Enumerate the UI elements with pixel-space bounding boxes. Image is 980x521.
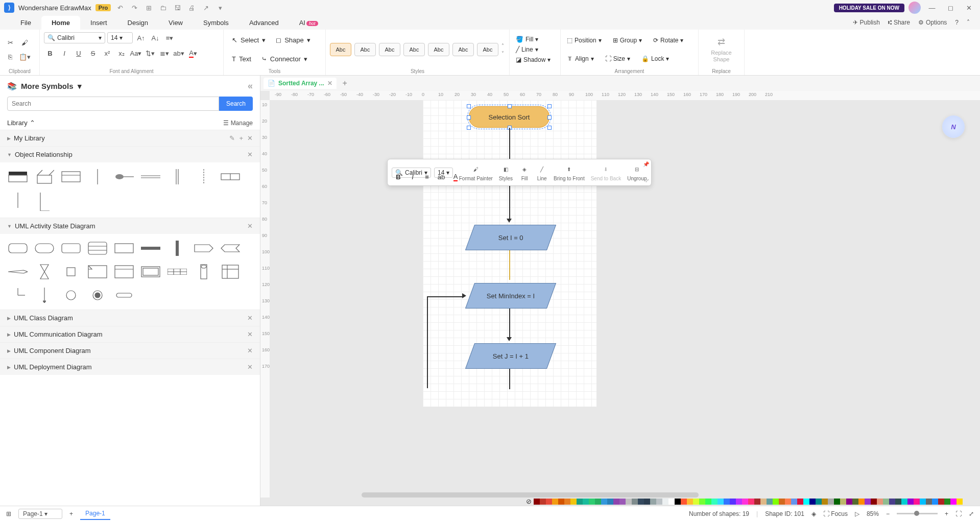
decrease-font-icon[interactable]: A↓: [149, 32, 161, 44]
shape-item[interactable]: [140, 168, 161, 186]
maximize-icon[interactable]: ◻: [943, 2, 958, 14]
shape-item[interactable]: [60, 239, 82, 257]
fullscreen-icon[interactable]: ⤢: [969, 510, 974, 517]
color-swatch[interactable]: [546, 499, 552, 505]
export-icon[interactable]: ↗: [201, 3, 211, 13]
italic-icon[interactable]: I: [407, 171, 418, 182]
shape-item[interactable]: [87, 239, 108, 257]
color-swatch[interactable]: [938, 499, 944, 505]
color-swatch[interactable]: [718, 499, 724, 505]
collapse-panel-icon[interactable]: «: [248, 81, 253, 91]
color-swatch[interactable]: [852, 499, 858, 505]
underline-icon[interactable]: U: [73, 47, 85, 59]
shape-item[interactable]: [113, 263, 135, 281]
chevron-down-icon[interactable]: ˅: [501, 51, 504, 56]
color-swatch[interactable]: [632, 499, 638, 505]
strike-icon[interactable]: S: [87, 47, 99, 59]
x-icon[interactable]: ✕: [247, 347, 253, 354]
color-swatch[interactable]: [638, 499, 644, 505]
fill-icon[interactable]: ◈: [519, 163, 530, 175]
color-swatch[interactable]: [932, 499, 938, 505]
color-swatch[interactable]: [595, 499, 601, 505]
color-swatch[interactable]: [840, 499, 846, 505]
color-swatch[interactable]: [662, 499, 668, 505]
size-button[interactable]: ⛶Size▾: [603, 54, 632, 63]
obj-rel-cat[interactable]: ▼ Object Relationship ✕: [0, 146, 260, 162]
close-tab-icon[interactable]: ✕: [327, 80, 332, 87]
shape-item[interactable]: [87, 286, 108, 304]
color-swatch[interactable]: [552, 499, 558, 505]
shape-item[interactable]: [140, 263, 161, 281]
color-swatch[interactable]: [619, 499, 626, 505]
superscript-icon[interactable]: x²: [101, 47, 113, 59]
search-input[interactable]: [7, 97, 219, 111]
ungroup-icon[interactable]: ⊟: [631, 163, 642, 175]
spacing-icon[interactable]: ⇅▾: [144, 47, 156, 59]
uml-comm-cat[interactable]: ▶UML Communication Diagram✕: [0, 326, 260, 342]
group-button[interactable]: ⊞Group▾: [611, 36, 644, 45]
zoom-slider[interactable]: [897, 513, 938, 514]
bold-icon[interactable]: B: [44, 47, 56, 59]
format-painter-icon[interactable]: 🖌: [18, 36, 31, 49]
color-swatch[interactable]: [613, 499, 619, 505]
menu-advanced[interactable]: Advanced: [239, 16, 289, 30]
font-size-select[interactable]: 14 ▾: [107, 32, 133, 43]
shape-item[interactable]: [60, 168, 82, 186]
expand-icon[interactable]: ⤢: [645, 178, 649, 183]
uml-class-cat[interactable]: ▶UML Class Diagram✕: [0, 310, 260, 326]
library-label[interactable]: Library: [7, 119, 28, 127]
shape-item[interactable]: [7, 286, 29, 304]
align-menu-icon[interactable]: ≡▾: [163, 32, 176, 44]
color-swatch[interactable]: [914, 499, 920, 505]
menu-view[interactable]: View: [158, 16, 193, 30]
play-icon[interactable]: ▷: [855, 510, 859, 517]
color-swatch[interactable]: [950, 499, 957, 505]
qat-more-icon[interactable]: ▾: [215, 3, 225, 13]
shape-item[interactable]: [34, 191, 55, 212]
terminator-node[interactable]: Selection Sort: [469, 106, 549, 128]
new-icon[interactable]: ⊞: [144, 3, 154, 13]
color-swatch[interactable]: [699, 499, 705, 505]
shape-item[interactable]: [7, 168, 29, 186]
style-swatch-5[interactable]: Abc: [428, 43, 449, 56]
color-swatch[interactable]: [693, 499, 699, 505]
highlight-icon[interactable]: ab▾: [173, 47, 185, 59]
color-swatch[interactable]: [626, 499, 632, 505]
shape-item[interactable]: [193, 168, 214, 186]
undo-icon[interactable]: ↶: [115, 3, 125, 13]
zoom-in-icon[interactable]: +: [945, 510, 948, 517]
color-swatch[interactable]: [724, 499, 730, 505]
color-swatch[interactable]: [865, 499, 871, 505]
color-swatch[interactable]: [809, 499, 816, 505]
plus-icon[interactable]: +: [239, 134, 243, 142]
bring-front-icon[interactable]: ⬆: [563, 163, 575, 175]
color-swatch[interactable]: [877, 499, 883, 505]
color-swatch[interactable]: [754, 499, 760, 505]
color-swatch[interactable]: [656, 499, 662, 505]
shape-item[interactable]: [34, 286, 55, 304]
pin-icon[interactable]: 📌: [643, 161, 649, 167]
align-button[interactable]: ⫪Align▾: [565, 54, 596, 63]
shape-item[interactable]: [113, 168, 135, 186]
menu-insert[interactable]: Insert: [80, 16, 117, 30]
color-swatch[interactable]: [883, 499, 889, 505]
color-swatch[interactable]: [577, 499, 583, 505]
color-swatch[interactable]: [675, 499, 681, 505]
style-swatch-2[interactable]: Abc: [354, 43, 376, 56]
redo-icon[interactable]: ↷: [129, 3, 139, 13]
menu-file[interactable]: File: [10, 16, 41, 30]
paste-icon[interactable]: 📋▾: [18, 51, 31, 63]
color-swatch[interactable]: [668, 499, 675, 505]
edit-icon[interactable]: ✎: [229, 134, 235, 142]
focus-button[interactable]: ⛶ Focus: [823, 510, 848, 517]
line-button[interactable]: ╱Line▾: [514, 45, 553, 54]
shape-item[interactable]: [193, 263, 214, 281]
color-swatch[interactable]: [558, 499, 564, 505]
lock-button[interactable]: 🔒Lock▾: [639, 54, 671, 63]
shape-item[interactable]: [87, 168, 108, 186]
bullets-icon[interactable]: ≣▾: [158, 47, 171, 59]
color-swatch[interactable]: [889, 499, 895, 505]
shape-item[interactable]: [220, 239, 241, 257]
ab-icon[interactable]: ab: [436, 171, 447, 182]
holiday-badge[interactable]: HOLIDAY SALE ON NOW: [834, 4, 904, 12]
